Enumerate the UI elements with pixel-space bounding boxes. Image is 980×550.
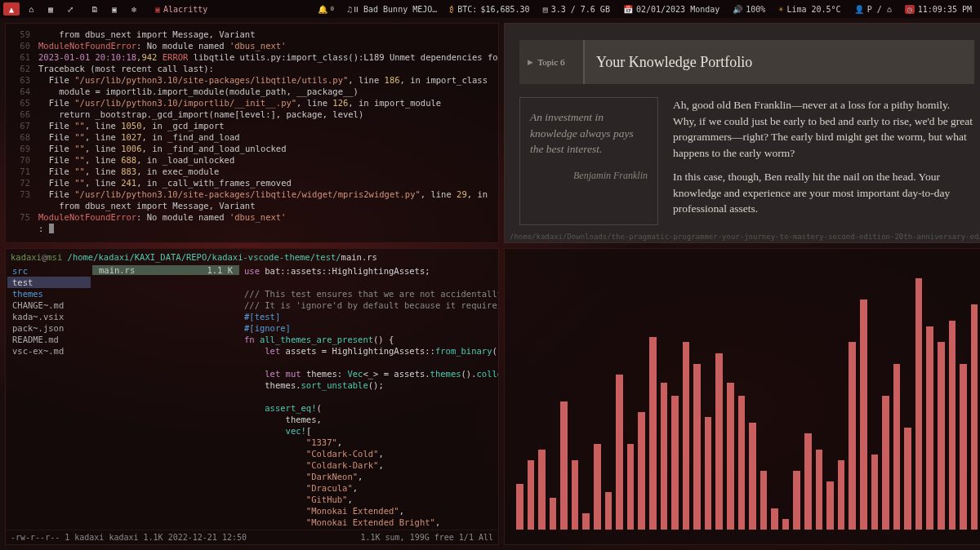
ranger-status-right: 1.1K sum, 199G free 1/1 All — [360, 533, 493, 542]
volume-widget[interactable]: 🔊 100% — [728, 2, 770, 16]
log-line: 72 File "", line 241, in _call_with_fram… — [9, 177, 495, 189]
vis-bar — [649, 337, 657, 530]
date-widget[interactable]: 📅 02/01/2023 Monday — [618, 2, 724, 16]
code-line: "Dracula", — [244, 482, 493, 494]
book-paragraph-1: Ah, good old Ben Franklin—never at a los… — [673, 97, 974, 161]
log-terminal[interactable]: 59 from dbus_next import Message, Varian… — [5, 23, 499, 243]
book-reader[interactable]: Topic 6 Your Knowledge Portfolio An inve… — [504, 23, 980, 243]
gear-icon[interactable]: ✻ — [126, 2, 142, 16]
weather-widget[interactable]: ☀ Lima 20.5°C — [773, 2, 845, 16]
ranger-file-name: main.rs — [99, 265, 135, 275]
book-header: Topic 6 Your Knowledge Portfolio — [519, 40, 974, 84]
clock-icon: ◷ — [905, 5, 915, 14]
vis-bar — [594, 444, 601, 530]
ranger-item[interactable]: README.md — [7, 334, 91, 345]
vis-bar — [893, 364, 901, 530]
book-body: An investment in knowledge always pays t… — [505, 97, 980, 233]
launcher-icon[interactable]: ▲ — [3, 2, 20, 16]
ranger-item[interactable]: pack~.json — [7, 322, 91, 334]
notification-icon[interactable]: 🔔0 — [313, 2, 339, 16]
expand-icon[interactable]: ⤢ — [62, 2, 78, 16]
code-line — [244, 357, 493, 368]
music-title: Bad Bunny MEJO… — [363, 5, 437, 14]
vis-bar — [871, 455, 879, 530]
mem-widget[interactable]: ▤ 3.3 / 7.6 GB — [538, 2, 615, 16]
clock-widget[interactable]: ◷ 11:09:35 PM — [900, 2, 977, 16]
ranger-item[interactable]: kada~.vsix — [7, 311, 91, 322]
ranger-item[interactable]: themes — [7, 288, 91, 299]
vis-bar — [771, 508, 778, 530]
log-line: from dbus_next import Message, Variant — [9, 200, 495, 211]
vis-bar — [693, 364, 701, 530]
sun-icon: ☀ — [778, 5, 783, 14]
ranger-file-size: 1.1 K — [207, 265, 233, 275]
code-line: /// It is 'ignore'd by default because i… — [244, 299, 493, 311]
book-title: Your Knowledge Portfolio — [583, 40, 974, 84]
vis-bar — [683, 342, 690, 530]
code-line — [244, 277, 493, 288]
ranger-item[interactable]: test — [7, 277, 91, 288]
code-line: let assets = HighlightingAssets::from_bi… — [244, 345, 493, 357]
code-line: #[ignore] — [244, 322, 493, 334]
vis-bar — [971, 304, 978, 530]
vis-bar — [749, 423, 756, 530]
vis-bar — [782, 519, 790, 530]
log-line: 69 File "", line 1006, in _find_and_load… — [9, 143, 495, 154]
vis-bar — [671, 396, 679, 530]
log-line: 70 File "", line 688, in _load_unlocked — [9, 154, 495, 166]
files-icon[interactable]: 🗎 — [87, 2, 103, 16]
vis-bar — [926, 326, 933, 530]
ranger-current-col[interactable]: main.rs 1.1 K — [92, 265, 239, 530]
ranger-item[interactable]: vsc-ex~.md — [7, 345, 91, 357]
note-icon: ♫⏸ — [347, 5, 360, 14]
log-line: 71 File "", line 883, in exec_module — [9, 166, 495, 177]
ranger-item[interactable]: CHANGE~.md — [7, 299, 91, 311]
code-preview[interactable]: use bat::assets::HighlightingAssets; ///… — [239, 265, 498, 530]
vis-bar — [838, 460, 845, 530]
code-line: use bat::assets::HighlightingAssets; — [244, 265, 493, 277]
vis-bar — [516, 484, 523, 530]
ranger-parent-col[interactable]: srctestthemesCHANGE~.mdkada~.vsixpack~.j… — [6, 265, 92, 530]
terminal-icon: ▣ — [155, 5, 160, 14]
code-line: "Coldark-Dark", — [244, 459, 493, 471]
user-widget[interactable]: 👤 P / ⌂ — [849, 2, 897, 16]
user-icon: 👤 — [854, 5, 864, 14]
audio-visualizer — [504, 248, 980, 545]
code-line: themes.sort_unstable(); — [244, 379, 493, 391]
vis-bar — [738, 396, 746, 530]
home-icon[interactable]: ⌂ — [23, 2, 39, 16]
vis-bar — [904, 428, 911, 530]
vis-bar — [638, 412, 645, 530]
file-manager[interactable]: kadaxi@msi /home/kadaxi/KAXI_DATA/REPO/k… — [5, 248, 499, 545]
vis-bar — [605, 492, 612, 530]
music-widget[interactable]: ♫⏸ Bad Bunny MEJO… — [342, 2, 442, 16]
ranger-file-row[interactable]: main.rs 1.1 K — [92, 265, 239, 275]
vis-bar — [804, 433, 812, 530]
vis-bar — [661, 383, 668, 530]
ranger-item[interactable]: src — [7, 265, 91, 277]
book-text: Ah, good old Ben Franklin—never at a los… — [673, 97, 974, 225]
vis-bar — [715, 353, 723, 530]
topic-label: Topic 6 — [519, 40, 583, 84]
log-line: 59 from dbus_next import Message, Varian… — [9, 29, 495, 40]
vis-bar — [727, 383, 734, 530]
code-line: assert_eq!( — [244, 402, 493, 414]
code-line: "Coldark-Cold", — [244, 448, 493, 459]
btc-icon: ₿ — [450, 5, 454, 14]
log-line: 63 File "/usr/lib/python3.10/site-packag… — [9, 74, 495, 86]
layout-icon[interactable]: ▦ — [42, 2, 59, 16]
book-footer: /home/kadaxi/Downloads/the-pragmatic-pro… — [510, 233, 980, 241]
vis-bar — [949, 321, 956, 530]
pin-icon[interactable]: ▣ — [106, 2, 122, 16]
code-line: fn all_themes_are_present() { — [244, 334, 493, 345]
vis-bar — [528, 460, 535, 530]
code-line: "DarkNeon", — [244, 471, 493, 482]
log-line: 65 File "/usr/lib/python3.10/importlib/_… — [9, 97, 495, 109]
quote-author: Benjamin Franklin — [530, 169, 648, 183]
active-window[interactable]: ▣ Alacritty — [150, 2, 212, 16]
btc-widget[interactable]: ₿ BTC: $16,685.30 — [445, 2, 534, 16]
quote-box: An investment in knowledge always pays t… — [519, 97, 658, 225]
top-bar: ▲ ⌂ ▦ ⤢ 🗎 ▣ ✻ ▣ Alacritty 🔔0 ♫⏸ Bad Bunn… — [0, 0, 980, 18]
speaker-icon: 🔊 — [733, 5, 742, 14]
chip-icon: ▤ — [543, 5, 548, 14]
